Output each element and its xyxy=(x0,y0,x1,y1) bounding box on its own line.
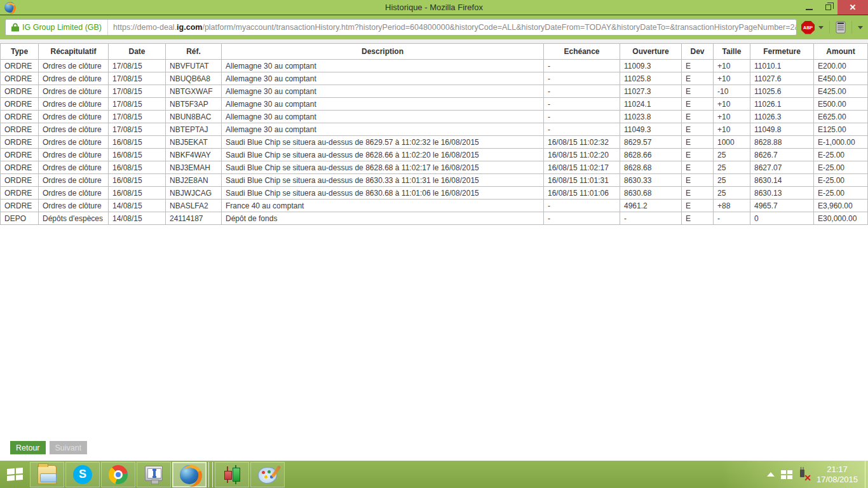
table-row: ORDREOrdres de clôture17/08/15NBUN8BACAl… xyxy=(1,111,868,123)
minimize-button[interactable] xyxy=(799,0,818,15)
close-icon: ✕ xyxy=(850,3,857,12)
table-row: ORDREOrdres de clôture16/08/15NBKF4WAYSa… xyxy=(1,149,868,161)
table-cell: NBTGXWAF xyxy=(166,85,222,98)
table-cell: NBKF4WAY xyxy=(166,149,222,161)
taskbar-explorer-button[interactable] xyxy=(30,462,64,487)
column-header[interactable]: Réf. xyxy=(166,44,222,60)
taskbar: S ✕ 21:17 17/08/2015 xyxy=(0,461,868,488)
close-button[interactable]: ✕ xyxy=(837,0,868,15)
table-cell: ORDRE xyxy=(1,200,39,212)
taskbar-clock[interactable]: 21:17 17/08/2015 xyxy=(817,464,863,485)
table-cell: ORDRE xyxy=(1,111,39,123)
table-cell: Saudi Blue Chip se situera au-dessus de … xyxy=(222,161,544,174)
table-cell: NBJWJCAG xyxy=(166,187,222,200)
table-cell: Allemagne 30 au comptant xyxy=(222,72,544,85)
column-header[interactable]: Taille xyxy=(714,44,750,60)
table-cell: 11026.3 xyxy=(750,111,814,123)
table-cell: E-25.00 xyxy=(814,187,868,200)
table-row: ORDREOrdres de clôture14/08/15NBASLFA2Fr… xyxy=(1,200,868,212)
toolbar-separator xyxy=(851,21,852,34)
table-cell: Saudi Blue Chip se situera au-dessus de … xyxy=(222,174,544,187)
back-button[interactable]: Retour xyxy=(10,441,46,454)
site-identity-button[interactable]: IG Group Limited (GB) xyxy=(6,20,108,35)
table-cell: ORDRE xyxy=(1,149,39,161)
table-cell: 17/08/15 xyxy=(109,98,166,111)
explorer-icon xyxy=(37,465,57,484)
table-cell: E xyxy=(682,98,714,111)
taskbar-firefox-button[interactable] xyxy=(172,462,207,487)
column-header[interactable]: Récapitulatif xyxy=(39,44,109,60)
table-cell: 25 xyxy=(714,161,750,174)
taskbar-paint-button[interactable] xyxy=(250,462,285,487)
table-cell: - xyxy=(544,111,620,123)
table-cell: +10 xyxy=(714,98,750,111)
table-cell: E425.00 xyxy=(814,85,868,98)
candles-icon xyxy=(222,465,241,484)
adblock-caret-icon[interactable] xyxy=(818,26,824,29)
page-content: TypeRécapitulatifDateRéf.DescriptionEché… xyxy=(0,39,868,461)
taskbar-monitor-button[interactable] xyxy=(137,462,171,487)
table-cell: Dépôts d'espèces xyxy=(39,212,109,225)
firefox-icon xyxy=(180,465,199,484)
table-row: ORDREOrdres de clôture17/08/15NBUQB6A8Al… xyxy=(1,72,868,85)
windows-logo-icon xyxy=(7,468,23,481)
table-cell: Allemagne 30 au comptant xyxy=(222,85,544,98)
table-cell: E xyxy=(682,136,714,149)
site-identity-label: IG Group Limited (GB) xyxy=(22,23,102,32)
table-cell: 8630.13 xyxy=(750,187,814,200)
table-cell: E-25.00 xyxy=(814,149,868,161)
clipboard-list-icon[interactable] xyxy=(836,21,846,34)
table-cell: Ordres de clôture xyxy=(39,200,109,212)
show-hidden-icons-button[interactable] xyxy=(767,472,775,477)
table-cell: ORDRE xyxy=(1,72,39,85)
network-disconnected-icon[interactable]: ✕ xyxy=(799,469,810,480)
column-header[interactable]: Amount xyxy=(814,44,868,60)
url-path: /platform/myaccount/transactionHistory.h… xyxy=(202,23,796,32)
table-cell: E xyxy=(682,200,714,212)
taskbar-apps: S xyxy=(29,461,285,488)
column-header[interactable]: Fermeture xyxy=(750,44,814,60)
column-header[interactable]: Date xyxy=(109,44,166,60)
overflow-menu-icon[interactable] xyxy=(858,26,863,29)
table-body: ORDREOrdres de clôture17/08/15NBVFUTATAl… xyxy=(1,60,868,225)
toolbar-separator xyxy=(829,21,830,34)
table-cell: 11023.8 xyxy=(620,111,682,123)
restore-button[interactable] xyxy=(818,0,837,15)
column-header[interactable]: Echéance xyxy=(544,44,620,60)
clock-time: 21:17 xyxy=(817,464,858,475)
table-cell: 4965.7 xyxy=(750,200,814,212)
table-cell: E xyxy=(682,72,714,85)
navigation-toolbar: IG Group Limited (GB) https://demo-deal.… xyxy=(0,15,868,39)
table-cell: DEPO xyxy=(1,212,39,225)
table-cell: Saudi Blue Chip se situera au-dessus de … xyxy=(222,149,544,161)
table-cell: 8628.88 xyxy=(750,136,814,149)
table-cell: Ordres de clôture xyxy=(39,72,109,85)
table-cell: +88 xyxy=(714,200,750,212)
taskbar-candles-button[interactable] xyxy=(215,462,249,487)
column-header[interactable]: Type xyxy=(1,44,39,60)
table-cell: 11049.3 xyxy=(620,123,682,136)
table-cell: ORDRE xyxy=(1,136,39,149)
table-cell: E xyxy=(682,149,714,161)
window-controls: ✕ xyxy=(799,0,868,15)
table-row: ORDREOrdres de clôture17/08/15NBTGXWAFAl… xyxy=(1,85,868,98)
table-cell: - xyxy=(544,60,620,72)
tray-window-icon[interactable] xyxy=(781,470,792,479)
table-row: ORDREOrdres de clôture16/08/15NBJ3EMAHSa… xyxy=(1,161,868,174)
table-cell: Saudi Blue Chip se situera au-dessus de … xyxy=(222,136,544,149)
taskbar-chrome-button[interactable] xyxy=(101,462,135,487)
adblock-plus-icon[interactable]: ABP xyxy=(801,21,815,34)
next-button[interactable]: Suivant xyxy=(50,441,88,454)
column-header[interactable]: Ouverture xyxy=(620,44,682,60)
column-header[interactable]: Dev xyxy=(682,44,714,60)
taskbar-skype-button[interactable]: S xyxy=(65,462,100,487)
column-header[interactable]: Description xyxy=(222,44,544,60)
url-text[interactable]: https://demo-deal.ig.com/platform/myacco… xyxy=(108,23,796,32)
table-cell: - xyxy=(544,212,620,225)
table-cell: E30,000.00 xyxy=(814,212,868,225)
start-button[interactable] xyxy=(0,461,29,488)
table-row: ORDREOrdres de clôture16/08/15NBJWJCAGSa… xyxy=(1,187,868,200)
table-cell: France 40 au comptant xyxy=(222,200,544,212)
url-bar[interactable]: IG Group Limited (GB) https://demo-deal.… xyxy=(5,19,797,36)
show-desktop-button[interactable] xyxy=(865,461,868,488)
